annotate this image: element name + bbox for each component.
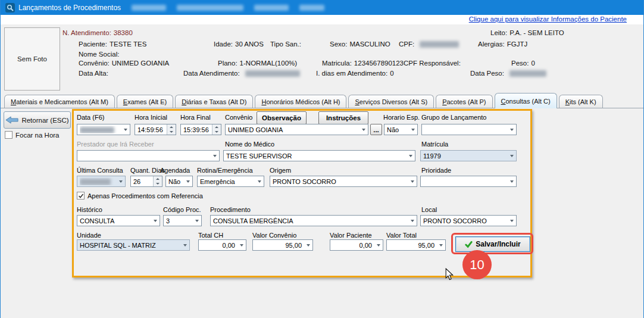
- historico-combobox[interactable]: CONSULTA: [77, 215, 160, 226]
- patient-field-paciente: Paciente:TESTE TES: [79, 40, 146, 48]
- redacted-value: [509, 70, 546, 77]
- dropdown-arrow-icon: [183, 176, 192, 186]
- nome-medico-combobox[interactable]: TESTE SUPERVISOR: [223, 150, 415, 161]
- unidade-combobox: HOSPITAL SQL - MATRIZ: [77, 239, 190, 251]
- prestador-combobox[interactable]: [77, 150, 220, 161]
- dropdown-arrow-icon: [406, 151, 415, 161]
- total-ch-field[interactable]: 0,00: [198, 239, 246, 251]
- redacted-title-text: [254, 5, 289, 11]
- label-prioridade: Prioridade: [421, 167, 451, 174]
- tab-exames[interactable]: Exames (Alt E): [117, 95, 173, 108]
- patient-field-cpf-responsavel: CPF Responsável:: [404, 60, 461, 67]
- label-convenio: Convênio: [225, 114, 252, 121]
- checkbox-checked-icon: [77, 192, 85, 199]
- hora-inicial-spinner[interactable]: 14:59:56: [135, 124, 176, 135]
- back-arrow-icon: [5, 116, 18, 124]
- dropdown-arrow-icon: [507, 124, 516, 135]
- patient-field-plano: Plano:1-NORMAL(100%): [218, 60, 297, 67]
- label-historico: Histórico: [77, 206, 102, 213]
- codigo-proc-combobox[interactable]: 3: [163, 215, 202, 226]
- redacted-title-text: [299, 5, 324, 11]
- label-procedimento: Procedimento: [210, 206, 251, 213]
- focar-na-hora-checkbox[interactable]: Focar na Hora: [5, 131, 60, 139]
- quant-dias-spinner[interactable]: 26: [130, 176, 162, 187]
- spin-down-icon[interactable]: [154, 182, 162, 187]
- origem-combobox[interactable]: PRONTO SOCORRO: [270, 176, 417, 187]
- dropdown-arrow-icon: [507, 216, 516, 226]
- apenas-referencia-checkbox[interactable]: Apenas Procedimentos com Referencia: [77, 192, 203, 199]
- convenio-combobox[interactable]: UNIMED GOIANIA: [225, 124, 368, 135]
- horario-esp-combobox[interactable]: Não: [384, 124, 418, 135]
- spin-up-icon[interactable]: [167, 124, 176, 130]
- matricula-combobox: 11979: [420, 150, 517, 161]
- valor-paciente-field[interactable]: 0,00: [330, 239, 383, 251]
- tab-materiais-medicamentos[interactable]: Materiais e Medicamentos (Alt M): [4, 95, 115, 108]
- tab-honorarios-medicos[interactable]: Honorários Médicos (Alt H): [255, 95, 346, 108]
- patient-field-leito: Leito:P.A. - SEM LEITO: [490, 29, 564, 36]
- hora-final-spinner[interactable]: 15:39:56: [180, 124, 221, 135]
- retornar-button[interactable]: Retornar (ESC): [4, 111, 71, 129]
- dropdown-arrow-icon: [121, 124, 130, 135]
- grupo-lancamento-combobox[interactable]: [421, 124, 517, 135]
- data-combobox[interactable]: [77, 124, 130, 135]
- label-ultima-consulta: Última Consulta: [77, 167, 123, 174]
- mouse-cursor: [445, 268, 454, 280]
- label-prestador: Prestador que Irá Receber: [77, 141, 154, 148]
- procedimento-combobox[interactable]: CONSULTA EMERGÊNCIA: [210, 215, 417, 226]
- spin-down-icon[interactable]: [167, 130, 176, 135]
- agendada-combobox[interactable]: Não: [165, 176, 193, 187]
- valor-convenio-field[interactable]: 95,00: [252, 239, 313, 251]
- label-valor-convenio: Valor Convênio: [252, 232, 296, 239]
- prioridade-combobox[interactable]: [420, 176, 517, 187]
- redacted-value: [80, 179, 111, 185]
- label-origem: Origem: [270, 167, 291, 174]
- dropdown-arrow-icon: [237, 240, 246, 250]
- tab-diarias-taxas[interactable]: Diárias e Taxas (Alt D): [175, 95, 253, 108]
- spin-down-icon[interactable]: [212, 130, 221, 135]
- app-window: Lançamentos de Procedimentos Clique aqui…: [0, 0, 644, 318]
- dropdown-arrow-icon: [507, 151, 516, 161]
- app-icon: [5, 3, 15, 13]
- dropdown-arrow-icon: [374, 240, 383, 250]
- dropdown-arrow-icon: [192, 216, 201, 226]
- patient-field-data-atendimento: Data Atendimento:: [183, 70, 300, 77]
- photo-placeholder: Sem Foto: [4, 27, 60, 91]
- label-codigo-proc: Código Proc.: [163, 206, 201, 213]
- dropdown-arrow-icon: [116, 176, 125, 186]
- convenio-more-button[interactable]: ...: [370, 124, 382, 135]
- label-hora-final: Hora Final: [180, 114, 211, 121]
- redacted-value: [420, 41, 459, 48]
- label-valor-total: Valor Total: [386, 232, 417, 239]
- local-combobox[interactable]: PRONTO SOCORRO: [420, 215, 517, 226]
- observacao-button[interactable]: Observação: [257, 111, 307, 124]
- patient-field-data-alta: Data Alta:: [79, 70, 108, 77]
- label-matricula: Matrícula: [421, 141, 448, 148]
- label-horario-esp: Horario Esp.: [383, 114, 420, 121]
- tab-kits[interactable]: Kits (Alt K): [559, 95, 603, 108]
- patient-info-link[interactable]: Clique aqui para visualizar Informações …: [469, 15, 627, 23]
- label-valor-paciente: Valor Paciente: [330, 232, 372, 239]
- patient-field-dias-atendimento: I. dias em Atendimento:0: [316, 70, 394, 77]
- patient-field-peso: Peso:0: [511, 60, 535, 67]
- patient-field-nome-social: Nome Social:: [79, 51, 119, 58]
- spin-up-icon[interactable]: [154, 176, 162, 182]
- dropdown-arrow-icon: [507, 176, 516, 186]
- patient-field-alergias: Alergias:FGJTJ: [478, 40, 527, 48]
- label-agendada: Agendada: [160, 167, 190, 174]
- dropdown-arrow-icon: [151, 216, 160, 226]
- tab-pacotes[interactable]: Pacotes (Alt P): [436, 95, 492, 108]
- instrucoes-button[interactable]: Instruções: [318, 111, 368, 124]
- valor-total-field[interactable]: 95,00: [386, 239, 446, 251]
- rotina-emergencia-combobox[interactable]: Emergência: [197, 176, 264, 187]
- label-hora-inicial: Hora Inicial: [135, 114, 167, 121]
- patient-field-atendimento: N. Atendimento:38380: [62, 29, 133, 36]
- tab-consultas[interactable]: Consultas (Alt C): [495, 93, 557, 108]
- spin-up-icon[interactable]: [212, 124, 221, 130]
- label-nome-medico: Nome do Médico: [225, 141, 274, 148]
- dropdown-arrow-icon: [408, 216, 417, 226]
- redacted-value: [245, 70, 300, 77]
- patient-field-matricula: Matricula:1234567890123: [322, 60, 404, 67]
- tab-servicos-diversos[interactable]: Serviços Diversos (Alt S): [348, 95, 434, 108]
- patient-field-tipo-san: Tipo San.:: [270, 40, 301, 48]
- redacted-title-text: [177, 5, 243, 11]
